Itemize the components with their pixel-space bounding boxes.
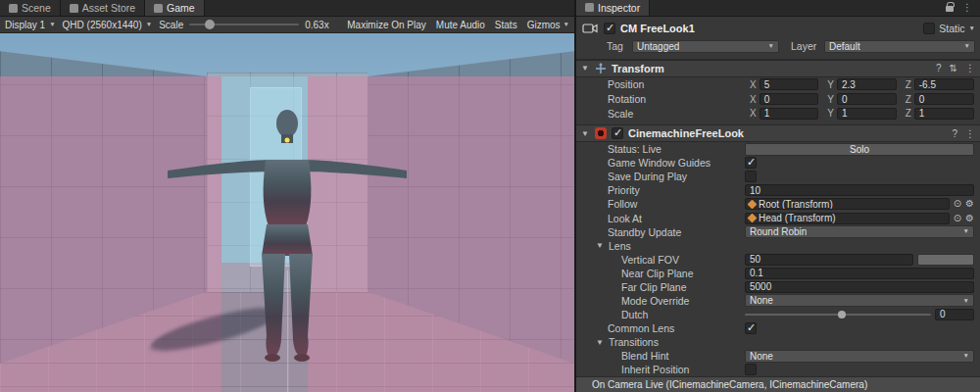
maximize-on-play-button[interactable]: Maximize On Play bbox=[347, 20, 426, 30]
display-dropdown[interactable]: Display 1 ▼ bbox=[5, 20, 56, 30]
character-hips bbox=[262, 224, 313, 256]
static-dropdown[interactable]: Static ▼ bbox=[923, 23, 975, 34]
inherit-position-checkbox[interactable] bbox=[745, 364, 757, 375]
vertical-fov-slider[interactable] bbox=[917, 254, 974, 266]
scale-y-field[interactable]: 1 bbox=[837, 108, 897, 120]
camera-live-status-text: On Camera Live (ICinemachineCamera, ICin… bbox=[592, 379, 867, 390]
rotation-y-field[interactable]: 0 bbox=[837, 93, 897, 105]
position-x-field[interactable]: 5 bbox=[760, 78, 819, 90]
gizmos-dropdown[interactable]: Gizmos ▼ bbox=[527, 20, 569, 30]
object-picker-icon[interactable]: ⊙ bbox=[954, 199, 961, 209]
menu-icon[interactable]: ⋮ bbox=[962, 2, 972, 13]
dutch-slider-handle[interactable] bbox=[838, 311, 846, 318]
position-z-field[interactable]: -6.5 bbox=[914, 78, 974, 90]
object-picker-icon[interactable]: ⊙ bbox=[954, 214, 961, 223]
follow-object-field[interactable]: Root (Transform) bbox=[745, 198, 950, 210]
tab-asset-store[interactable]: Asset Store bbox=[61, 0, 145, 16]
common-lens-checkbox[interactable] bbox=[745, 322, 757, 334]
character-left-foot bbox=[265, 354, 280, 362]
freelook-enabled-checkbox[interactable] bbox=[612, 127, 623, 139]
status-label: Status: Live bbox=[576, 143, 745, 155]
asset-store-tab-icon bbox=[70, 4, 78, 13]
gizmo-dot bbox=[285, 137, 290, 142]
priority-field[interactable]: 10 bbox=[745, 184, 974, 196]
inspector-tabbar: Inspector ⋮ bbox=[576, 0, 980, 17]
transform-rotation-row: Rotation X0 Y0 Z0 bbox=[576, 92, 980, 107]
lens-foldout[interactable]: ▼ Lens bbox=[576, 239, 980, 253]
vertical-fov-field[interactable]: 50 bbox=[745, 254, 913, 266]
foldout-icon: ▼ bbox=[596, 241, 605, 250]
save-during-play-checkbox[interactable] bbox=[745, 171, 757, 182]
scale-z-field[interactable]: 1 bbox=[914, 108, 974, 120]
gear-icon[interactable]: ⚙ bbox=[965, 214, 974, 223]
tab-inspector-label: Inspector bbox=[598, 2, 640, 14]
resolution-dropdown[interactable]: QHD (2560x1440) ▼ bbox=[63, 20, 153, 30]
freelook-component-header[interactable]: ▼ CinemachineFreeLook ? ⋮ bbox=[576, 124, 980, 142]
tab-game[interactable]: Game bbox=[145, 0, 205, 16]
standby-update-row: Standby Update Round Robin ▼ bbox=[576, 225, 980, 239]
mute-audio-button[interactable]: Mute Audio bbox=[436, 20, 485, 30]
tag-dropdown[interactable]: Untagged ▼ bbox=[632, 40, 779, 53]
foldout-icon[interactable]: ▼ bbox=[581, 64, 590, 73]
transform-scale-row: Scale X1 Y1 Z1 bbox=[576, 106, 980, 121]
static-checkbox[interactable] bbox=[923, 23, 935, 34]
blend-hint-dropdown[interactable]: None ▼ bbox=[745, 350, 974, 363]
help-icon[interactable]: ? bbox=[936, 63, 942, 74]
look-at-object-field[interactable]: Head (Transform) bbox=[745, 213, 950, 224]
lock-icon[interactable] bbox=[946, 6, 954, 12]
transform-icon bbox=[595, 63, 607, 74]
scale-label: Scale bbox=[576, 108, 745, 120]
solo-button[interactable]: Solo bbox=[745, 143, 974, 156]
menu-icon[interactable]: ⋮ bbox=[965, 63, 975, 74]
position-label: Position bbox=[576, 78, 745, 90]
dutch-slider[interactable] bbox=[745, 309, 931, 320]
game-window-guides-checkbox[interactable] bbox=[745, 157, 757, 169]
menu-icon[interactable]: ⋮ bbox=[965, 128, 975, 139]
standby-update-dropdown[interactable]: Round Robin ▼ bbox=[745, 225, 974, 238]
chevron-down-icon: ▼ bbox=[564, 22, 569, 28]
chevron-down-icon: ▼ bbox=[963, 298, 969, 305]
layer-dropdown[interactable]: Default ▼ bbox=[824, 40, 975, 53]
common-lens-row: Common Lens bbox=[576, 321, 980, 335]
chevron-down-icon: ▼ bbox=[964, 43, 970, 50]
rotation-x-field[interactable]: 0 bbox=[760, 93, 819, 105]
presets-icon[interactable]: ⇅ bbox=[950, 63, 957, 74]
transform-title: Transform bbox=[612, 63, 664, 74]
transitions-foldout[interactable]: ▼ Transitions bbox=[576, 335, 980, 349]
scene-tab-icon bbox=[9, 4, 18, 13]
position-y-field[interactable]: 2.3 bbox=[837, 78, 897, 90]
inspector-header-icons: ⋮ bbox=[938, 0, 980, 16]
tab-asset-store-label: Asset Store bbox=[82, 2, 135, 14]
rotation-label: Rotation bbox=[576, 93, 745, 105]
tag-label: Tag bbox=[607, 40, 632, 52]
character-right-leg bbox=[289, 254, 313, 356]
chevron-down-icon: ▼ bbox=[963, 353, 969, 360]
tab-inspector[interactable]: Inspector bbox=[576, 0, 650, 16]
transform-component-header[interactable]: ▼ Transform ? ⇅ ⋮ bbox=[576, 60, 980, 77]
game-tab-icon bbox=[154, 4, 163, 13]
status-row: Status: Live Solo bbox=[576, 142, 980, 156]
far-clip-field[interactable]: 5000 bbox=[745, 281, 974, 293]
stats-button[interactable]: Stats bbox=[495, 20, 517, 30]
unity-editor: Scene Asset Store Game Display 1 ▼ QHD (… bbox=[0, 0, 980, 392]
near-clip-field[interactable]: 0.1 bbox=[745, 268, 974, 279]
game-viewport[interactable] bbox=[0, 33, 574, 392]
gear-icon[interactable]: ⚙ bbox=[965, 199, 974, 209]
mode-override-dropdown[interactable]: None ▼ bbox=[745, 294, 974, 307]
help-icon[interactable]: ? bbox=[952, 128, 957, 139]
tab-scene-label: Scene bbox=[22, 2, 51, 14]
priority-row: Priority 10 bbox=[576, 183, 980, 197]
gameobject-name[interactable]: CM FreeLook1 bbox=[620, 23, 918, 34]
foldout-icon[interactable]: ▼ bbox=[581, 129, 590, 138]
scale-slider-handle[interactable] bbox=[205, 20, 215, 29]
scale-x-field[interactable]: 1 bbox=[760, 108, 819, 120]
scale-slider[interactable] bbox=[189, 24, 299, 25]
toolbar-right-group: Maximize On Play Mute Audio Stats Gizmos… bbox=[347, 20, 569, 30]
tab-scene[interactable]: Scene bbox=[0, 0, 61, 16]
gameobject-enabled-checkbox[interactable] bbox=[604, 23, 615, 34]
game-toolbar: Display 1 ▼ QHD (2560x1440) ▼ Scale 0.63… bbox=[0, 17, 574, 33]
transform-object-icon bbox=[748, 214, 758, 223]
rotation-z-field[interactable]: 0 bbox=[914, 93, 974, 105]
transitions-section-label: Transitions bbox=[609, 336, 659, 348]
dutch-field[interactable]: 0 bbox=[935, 309, 974, 320]
